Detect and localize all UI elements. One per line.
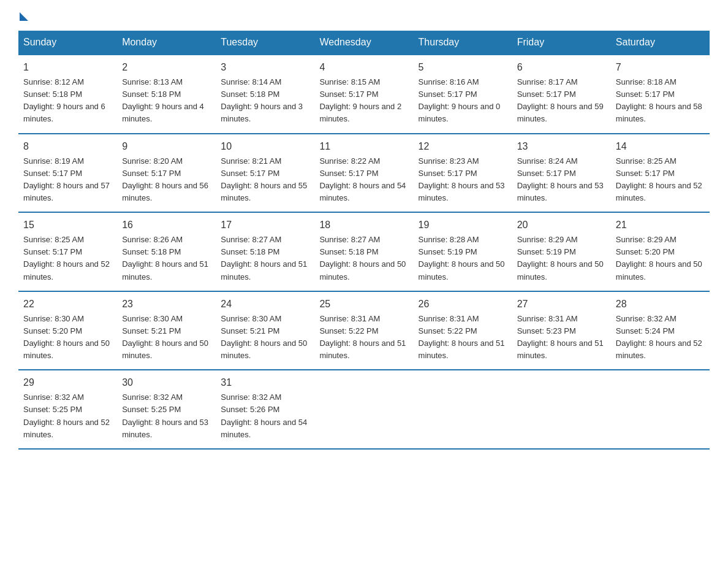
- day-number: 9: [122, 139, 211, 154]
- calendar-cell: 24Sunrise: 8:30 AMSunset: 5:21 PMDayligh…: [216, 291, 314, 370]
- day-number: 17: [221, 218, 309, 232]
- weekday-header-thursday: Thursday: [414, 31, 512, 55]
- logo-arrow-icon: [20, 12, 28, 21]
- weekday-header-monday: Monday: [117, 31, 216, 55]
- day-number: 3: [221, 60, 309, 75]
- day-info: Sunrise: 8:30 AMSunset: 5:21 PMDaylight:…: [122, 313, 211, 362]
- day-number: 15: [23, 218, 112, 232]
- day-info: Sunrise: 8:30 AMSunset: 5:20 PMDaylight:…: [23, 313, 112, 362]
- day-number: 14: [616, 139, 705, 154]
- calendar-cell: 31Sunrise: 8:32 AMSunset: 5:26 PMDayligh…: [216, 370, 314, 449]
- day-number: 30: [122, 375, 211, 390]
- day-number: 20: [517, 218, 606, 232]
- day-info: Sunrise: 8:23 AMSunset: 5:17 PMDaylight:…: [419, 155, 507, 205]
- calendar-table: SundayMondayTuesdayWednesdayThursdayFrid…: [18, 31, 710, 450]
- day-number: 1: [23, 60, 112, 75]
- calendar-cell: 27Sunrise: 8:31 AMSunset: 5:23 PMDayligh…: [512, 291, 611, 370]
- calendar-cell: 6Sunrise: 8:17 AMSunset: 5:17 PMDaylight…: [512, 55, 611, 134]
- day-number: 29: [23, 375, 112, 390]
- day-number: 19: [419, 218, 507, 232]
- day-info: Sunrise: 8:25 AMSunset: 5:17 PMDaylight:…: [23, 234, 112, 283]
- calendar-cell: 26Sunrise: 8:31 AMSunset: 5:22 PMDayligh…: [414, 291, 512, 370]
- calendar-week-row: 29Sunrise: 8:32 AMSunset: 5:25 PMDayligh…: [18, 370, 710, 449]
- weekday-header-wednesday: Wednesday: [314, 31, 413, 55]
- day-number: 23: [122, 297, 211, 312]
- day-info: Sunrise: 8:31 AMSunset: 5:22 PMDaylight:…: [419, 313, 507, 362]
- calendar-cell: 28Sunrise: 8:32 AMSunset: 5:24 PMDayligh…: [611, 291, 710, 370]
- day-number: 16: [122, 218, 211, 232]
- day-number: 2: [122, 60, 211, 75]
- day-info: Sunrise: 8:15 AMSunset: 5:17 PMDaylight:…: [319, 76, 408, 126]
- calendar-cell: 17Sunrise: 8:27 AMSunset: 5:18 PMDayligh…: [216, 212, 314, 291]
- calendar-week-row: 1Sunrise: 8:12 AMSunset: 5:18 PMDaylight…: [18, 55, 710, 134]
- day-info: Sunrise: 8:29 AMSunset: 5:20 PMDaylight:…: [616, 234, 705, 283]
- weekday-header-saturday: Saturday: [611, 31, 710, 55]
- calendar-cell: 10Sunrise: 8:21 AMSunset: 5:17 PMDayligh…: [216, 134, 314, 213]
- calendar-cell: 13Sunrise: 8:24 AMSunset: 5:17 PMDayligh…: [512, 134, 611, 213]
- calendar-cell: 15Sunrise: 8:25 AMSunset: 5:17 PMDayligh…: [18, 212, 117, 291]
- day-info: Sunrise: 8:32 AMSunset: 5:25 PMDaylight:…: [122, 391, 211, 441]
- calendar-week-row: 8Sunrise: 8:19 AMSunset: 5:17 PMDaylight…: [18, 134, 710, 213]
- day-info: Sunrise: 8:32 AMSunset: 5:24 PMDaylight:…: [616, 313, 705, 362]
- page-header: [18, 12, 710, 18]
- day-info: Sunrise: 8:25 AMSunset: 5:17 PMDaylight:…: [616, 155, 705, 205]
- day-info: Sunrise: 8:27 AMSunset: 5:18 PMDaylight:…: [319, 234, 408, 283]
- day-number: 22: [23, 297, 112, 312]
- day-info: Sunrise: 8:32 AMSunset: 5:26 PMDaylight:…: [221, 391, 309, 441]
- day-number: 13: [517, 139, 606, 154]
- day-info: Sunrise: 8:12 AMSunset: 5:18 PMDaylight:…: [23, 76, 112, 126]
- calendar-cell: [414, 370, 512, 449]
- calendar-cell: 25Sunrise: 8:31 AMSunset: 5:22 PMDayligh…: [314, 291, 413, 370]
- day-number: 6: [517, 60, 606, 75]
- day-info: Sunrise: 8:31 AMSunset: 5:22 PMDaylight:…: [319, 313, 408, 362]
- day-info: Sunrise: 8:32 AMSunset: 5:25 PMDaylight:…: [23, 391, 112, 441]
- day-number: 25: [319, 297, 408, 312]
- day-number: 11: [319, 139, 408, 154]
- day-number: 12: [419, 139, 507, 154]
- calendar-cell: 19Sunrise: 8:28 AMSunset: 5:19 PMDayligh…: [414, 212, 512, 291]
- calendar-cell: 14Sunrise: 8:25 AMSunset: 5:17 PMDayligh…: [611, 134, 710, 213]
- day-info: Sunrise: 8:31 AMSunset: 5:23 PMDaylight:…: [517, 313, 606, 362]
- day-info: Sunrise: 8:24 AMSunset: 5:17 PMDaylight:…: [517, 155, 606, 205]
- calendar-cell: 4Sunrise: 8:15 AMSunset: 5:17 PMDaylight…: [314, 55, 413, 134]
- weekday-header-friday: Friday: [512, 31, 611, 55]
- calendar-cell: 1Sunrise: 8:12 AMSunset: 5:18 PMDaylight…: [18, 55, 117, 134]
- weekday-header-row: SundayMondayTuesdayWednesdayThursdayFrid…: [18, 31, 710, 55]
- day-info: Sunrise: 8:22 AMSunset: 5:17 PMDaylight:…: [319, 155, 408, 205]
- day-info: Sunrise: 8:30 AMSunset: 5:21 PMDaylight:…: [221, 313, 309, 362]
- day-info: Sunrise: 8:28 AMSunset: 5:19 PMDaylight:…: [419, 234, 507, 283]
- day-info: Sunrise: 8:29 AMSunset: 5:19 PMDaylight:…: [517, 234, 606, 283]
- day-number: 7: [616, 60, 705, 75]
- calendar-cell: [611, 370, 710, 449]
- day-info: Sunrise: 8:16 AMSunset: 5:17 PMDaylight:…: [419, 76, 507, 126]
- day-info: Sunrise: 8:18 AMSunset: 5:17 PMDaylight:…: [616, 76, 705, 126]
- calendar-cell: 2Sunrise: 8:13 AMSunset: 5:18 PMDaylight…: [117, 55, 216, 134]
- weekday-header-sunday: Sunday: [18, 31, 117, 55]
- day-number: 24: [221, 297, 309, 312]
- logo: [18, 12, 28, 18]
- day-number: 31: [221, 375, 309, 390]
- day-number: 5: [419, 60, 507, 75]
- day-info: Sunrise: 8:13 AMSunset: 5:18 PMDaylight:…: [122, 76, 211, 126]
- day-info: Sunrise: 8:20 AMSunset: 5:17 PMDaylight:…: [122, 155, 211, 205]
- calendar-cell: [512, 370, 611, 449]
- day-info: Sunrise: 8:14 AMSunset: 5:18 PMDaylight:…: [221, 76, 309, 126]
- calendar-cell: 8Sunrise: 8:19 AMSunset: 5:17 PMDaylight…: [18, 134, 117, 213]
- calendar-cell: 16Sunrise: 8:26 AMSunset: 5:18 PMDayligh…: [117, 212, 216, 291]
- day-info: Sunrise: 8:26 AMSunset: 5:18 PMDaylight:…: [122, 234, 211, 283]
- weekday-header-tuesday: Tuesday: [216, 31, 314, 55]
- calendar-cell: 30Sunrise: 8:32 AMSunset: 5:25 PMDayligh…: [117, 370, 216, 449]
- day-number: 4: [319, 60, 408, 75]
- calendar-cell: 12Sunrise: 8:23 AMSunset: 5:17 PMDayligh…: [414, 134, 512, 213]
- calendar-cell: 18Sunrise: 8:27 AMSunset: 5:18 PMDayligh…: [314, 212, 413, 291]
- calendar-cell: 3Sunrise: 8:14 AMSunset: 5:18 PMDaylight…: [216, 55, 314, 134]
- calendar-cell: 5Sunrise: 8:16 AMSunset: 5:17 PMDaylight…: [414, 55, 512, 134]
- calendar-cell: 29Sunrise: 8:32 AMSunset: 5:25 PMDayligh…: [18, 370, 117, 449]
- calendar-cell: 23Sunrise: 8:30 AMSunset: 5:21 PMDayligh…: [117, 291, 216, 370]
- calendar-cell: 11Sunrise: 8:22 AMSunset: 5:17 PMDayligh…: [314, 134, 413, 213]
- day-info: Sunrise: 8:19 AMSunset: 5:17 PMDaylight:…: [23, 155, 112, 205]
- calendar-cell: 7Sunrise: 8:18 AMSunset: 5:17 PMDaylight…: [611, 55, 710, 134]
- day-number: 21: [616, 218, 705, 232]
- calendar-cell: 22Sunrise: 8:30 AMSunset: 5:20 PMDayligh…: [18, 291, 117, 370]
- calendar-cell: 20Sunrise: 8:29 AMSunset: 5:19 PMDayligh…: [512, 212, 611, 291]
